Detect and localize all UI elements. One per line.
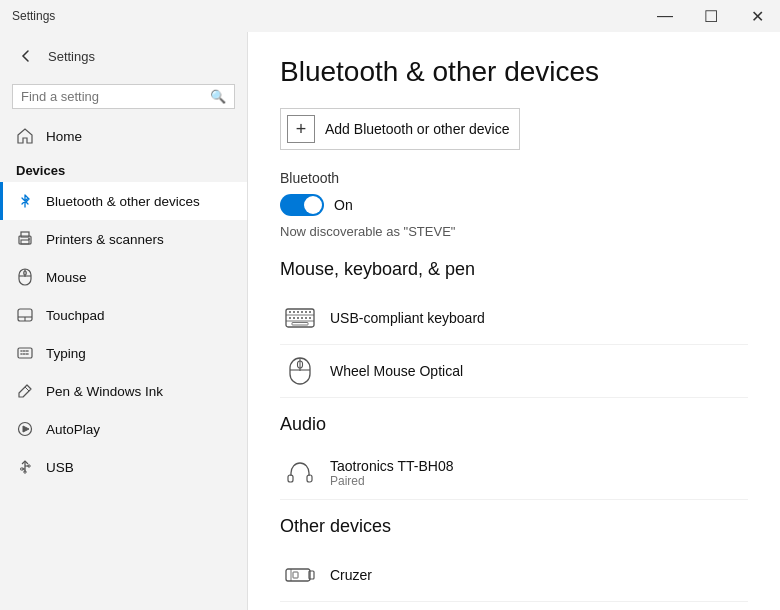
svg-rect-11 — [18, 348, 32, 358]
sidebar-item-printers[interactable]: Printers & scanners — [0, 220, 247, 258]
svg-rect-54 — [293, 572, 298, 578]
section-title-audio: Audio — [280, 414, 748, 435]
sidebar-item-label-printers: Printers & scanners — [46, 232, 164, 247]
mouse-device-icon — [284, 355, 316, 387]
home-icon — [16, 127, 34, 145]
mouse-sidebar-icon — [16, 268, 34, 286]
svg-line-20 — [25, 387, 29, 391]
svg-point-3 — [28, 238, 30, 240]
bluetooth-section-label: Bluetooth — [280, 170, 748, 186]
sidebar-section-label: Devices — [0, 155, 247, 182]
search-box[interactable]: 🔍 — [12, 84, 235, 109]
toggle-knob — [304, 196, 322, 214]
device-name-headphones: Taotronics TT-BH08 — [330, 458, 453, 474]
sidebar-nav-top: Settings — [0, 32, 247, 80]
device-name-mouse: Wheel Mouse Optical — [330, 363, 463, 379]
device-item-dell: DELL 2407WFP — [280, 602, 748, 610]
keyboard-device-icon — [284, 302, 316, 334]
sidebar-item-label-mouse: Mouse — [46, 270, 87, 285]
touchpad-icon — [16, 306, 34, 324]
maximize-button[interactable]: ☐ — [688, 0, 734, 32]
typing-icon — [16, 344, 34, 362]
sidebar-item-label-pen: Pen & Windows Ink — [46, 384, 163, 399]
printer-icon — [16, 230, 34, 248]
device-name-keyboard: USB-compliant keyboard — [330, 310, 485, 326]
sidebar-item-pen[interactable]: Pen & Windows Ink — [0, 372, 247, 410]
sidebar-item-home[interactable]: Home — [0, 117, 247, 155]
titlebar: Settings — ☐ ✕ — [0, 0, 780, 32]
titlebar-left: Settings — [12, 9, 55, 23]
toggle-row: On — [280, 194, 748, 216]
search-icon: 🔍 — [210, 89, 226, 104]
titlebar-title: Settings — [12, 9, 55, 23]
back-icon — [20, 50, 32, 62]
svg-marker-22 — [23, 426, 29, 432]
usb-drive-device-icon — [284, 559, 316, 591]
sidebar-item-label-usb: USB — [46, 460, 74, 475]
add-plus-icon: + — [287, 115, 315, 143]
main-layout: Settings 🔍 Home Devices Bluetooth & othe — [0, 32, 780, 610]
toggle-label: On — [334, 197, 353, 213]
content-area: Bluetooth & other devices + Add Bluetoot… — [248, 32, 780, 610]
device-item-keyboard: USB-compliant keyboard — [280, 292, 748, 345]
autoplay-icon — [16, 420, 34, 438]
section-title-other: Other devices — [280, 516, 748, 537]
sidebar-item-touchpad[interactable]: Touchpad — [0, 296, 247, 334]
device-name-cruzer: Cruzer — [330, 567, 372, 583]
sidebar-item-typing[interactable]: Typing — [0, 334, 247, 372]
minimize-button[interactable]: — — [642, 0, 688, 32]
device-item-mouse: Wheel Mouse Optical — [280, 345, 748, 398]
sidebar-item-autoplay[interactable]: AutoPlay — [0, 410, 247, 448]
sidebar-item-label-typing: Typing — [46, 346, 86, 361]
svg-rect-2 — [21, 240, 29, 244]
sidebar-item-label-autoplay: AutoPlay — [46, 422, 100, 437]
headphones-device-icon — [284, 457, 316, 489]
page-title: Bluetooth & other devices — [280, 56, 748, 88]
search-input[interactable] — [21, 89, 204, 104]
sidebar-item-bluetooth[interactable]: Bluetooth & other devices — [0, 182, 247, 220]
titlebar-controls: — ☐ ✕ — [642, 0, 780, 32]
sidebar-item-mouse[interactable]: Mouse — [0, 258, 247, 296]
device-info-keyboard: USB-compliant keyboard — [330, 310, 485, 326]
device-item-headphones: Taotronics TT-BH08 Paired — [280, 447, 748, 500]
usb-icon — [16, 458, 34, 476]
pen-icon — [16, 382, 34, 400]
back-button[interactable] — [12, 42, 40, 70]
device-info-mouse: Wheel Mouse Optical — [330, 363, 463, 379]
close-button[interactable]: ✕ — [734, 0, 780, 32]
device-info-cruzer: Cruzer — [330, 567, 372, 583]
section-title-mouse-keyboard: Mouse, keyboard, & pen — [280, 259, 748, 280]
sidebar-item-usb[interactable]: USB — [0, 448, 247, 486]
svg-rect-44 — [292, 323, 308, 326]
bluetooth-toggle[interactable] — [280, 194, 324, 216]
sidebar-item-label-bluetooth: Bluetooth & other devices — [46, 194, 200, 209]
discoverable-text: Now discoverable as "STEVE" — [280, 224, 748, 239]
add-device-label: Add Bluetooth or other device — [325, 121, 509, 137]
sidebar: Settings 🔍 Home Devices Bluetooth & othe — [0, 32, 248, 610]
sidebar-app-title: Settings — [48, 49, 95, 64]
svg-rect-49 — [288, 475, 293, 482]
device-info-headphones: Taotronics TT-BH08 Paired — [330, 458, 453, 488]
add-device-button[interactable]: + Add Bluetooth or other device — [280, 108, 520, 150]
sidebar-item-label-home: Home — [46, 129, 82, 144]
sidebar-item-label-touchpad: Touchpad — [46, 308, 105, 323]
device-status-headphones: Paired — [330, 474, 453, 488]
bluetooth-icon — [16, 192, 34, 210]
device-item-cruzer: Cruzer — [280, 549, 748, 602]
svg-rect-50 — [307, 475, 312, 482]
